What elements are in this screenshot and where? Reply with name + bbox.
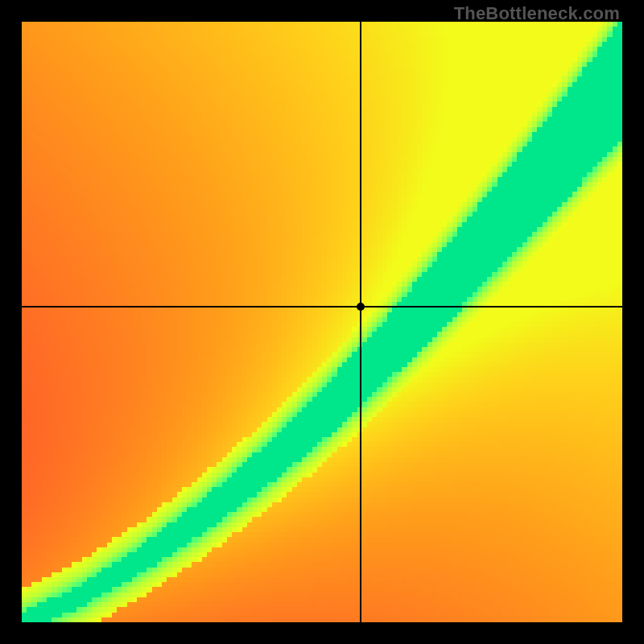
crosshair-marker: [357, 303, 365, 311]
watermark-label: TheBottleneck.com: [454, 3, 620, 24]
crosshair-vertical: [360, 22, 361, 622]
chart-frame: TheBottleneck.com: [0, 0, 644, 644]
crosshair-horizontal: [22, 306, 622, 308]
heatmap-canvas: [22, 22, 622, 622]
